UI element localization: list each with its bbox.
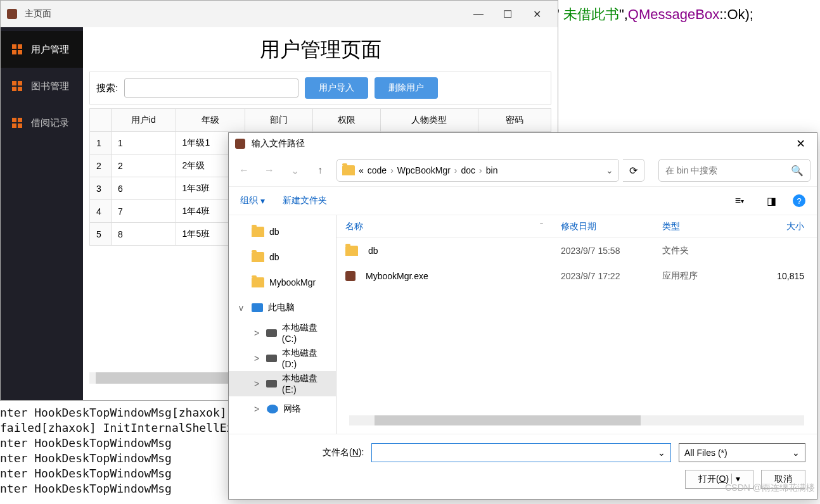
drive-icon [266, 355, 277, 362]
dialog-nav: ← → ⌄ ↑ « code› WpcBookMgr› doc› bin ⌄ ⟳… [229, 154, 817, 186]
tree-item[interactable]: db [229, 244, 336, 270]
search-bar: 搜索: 用户导入 删除用户 [89, 72, 551, 104]
forward-button[interactable]: → [260, 161, 278, 179]
file-row[interactable]: MybookMgr.exe2023/9/7 17:22应用程序10,815 [336, 263, 817, 289]
app-icon [235, 139, 245, 149]
filter-select[interactable]: All Files (*)⌄ [679, 443, 805, 462]
folder-tree[interactable]: dbdbMybookMgrv此电脑>本地磁盘 (C:)>本地磁盘 (D:)>本地… [229, 215, 336, 434]
tree-item[interactable]: MybookMgr [229, 270, 336, 295]
filename-label: 文件名(N): [323, 447, 364, 458]
back-button[interactable]: ← [235, 161, 253, 179]
grid-icon [12, 118, 22, 128]
search-input[interactable] [124, 79, 298, 98]
tree-item[interactable]: db [229, 219, 336, 244]
tree-item[interactable]: v此电脑 [229, 295, 336, 320]
up-button[interactable]: ↑ [311, 161, 329, 179]
maximize-button[interactable]: ☐ [493, 4, 522, 23]
folder-icon [252, 277, 264, 287]
exe-icon [345, 271, 356, 281]
folder-icon [252, 227, 264, 237]
file-list-scrollbar[interactable] [349, 415, 804, 425]
main-titlebar: 主页面 — ☐ ✕ [1, 1, 558, 27]
sidebar-item-books[interactable]: 图书管理 [1, 68, 83, 104]
sidebar-item-records[interactable]: 借阅记录 [1, 104, 83, 141]
folder-icon [252, 252, 264, 262]
view-mode-button[interactable]: ≡ ▾ [729, 192, 750, 210]
dialog-search-input[interactable] [665, 165, 791, 175]
breadcrumb[interactable]: « code› WpcBookMgr› doc› bin ⌄ [336, 159, 619, 182]
sidebar-item-users[interactable]: 用户管理 [1, 31, 83, 68]
dialog-title: 输入文件路径 [252, 138, 790, 149]
minimize-button[interactable]: — [464, 4, 493, 23]
close-button[interactable]: ✕ [522, 4, 551, 23]
watermark: CSDN @雨连绵花满楼 [725, 482, 815, 494]
pc-icon [252, 303, 263, 312]
filename-input[interactable]: ⌄ [371, 443, 671, 462]
drive-icon [266, 329, 277, 337]
refresh-button[interactable]: ⟳ [623, 159, 644, 182]
tree-item[interactable]: >本地磁盘 (E:) [229, 371, 336, 396]
app-icon [7, 9, 17, 19]
file-dialog: 输入文件路径 ✕ ← → ⌄ ↑ « code› WpcBookMgr› doc… [228, 132, 817, 500]
import-button[interactable]: 用户导入 [305, 77, 368, 99]
close-icon[interactable]: ✕ [790, 135, 812, 152]
dialog-search[interactable]: 🔍 [658, 159, 810, 182]
page-title: 用户管理页面 [89, 36, 551, 64]
console-output: nter HookDeskTopWindowMsg[zhaxok] E fail… [0, 405, 240, 496]
new-folder-button[interactable]: 新建文件夹 [283, 195, 327, 206]
tree-item[interactable]: >本地磁盘 (C:) [229, 320, 336, 346]
preview-pane-button[interactable]: ◨ [761, 192, 781, 210]
help-icon[interactable]: ? [793, 194, 805, 207]
grid-icon [12, 81, 22, 91]
folder-icon [342, 165, 355, 175]
file-list[interactable]: 名称ˆ 修改日期 类型 大小 db2023/9/7 15:58文件夹Mybook… [336, 215, 817, 434]
search-icon: 🔍 [791, 165, 804, 177]
drive-icon [266, 380, 277, 387]
network-icon [267, 405, 278, 413]
dialog-toolbar: 组织 ▾ 新建文件夹 ≡ ▾ ◨ ? [229, 186, 817, 215]
tree-item[interactable]: >网络 [229, 396, 336, 422]
search-label: 搜索: [96, 82, 118, 94]
chevron-down-icon: ▾ [260, 196, 265, 206]
folder-icon [345, 246, 358, 256]
sidebar: 用户管理 图书管理 借阅记录 [1, 27, 83, 400]
window-title: 主页面 [25, 8, 464, 20]
dialog-titlebar: 输入文件路径 ✕ [229, 133, 817, 154]
grid-icon [12, 44, 22, 54]
tree-item[interactable]: >本地磁盘 (D:) [229, 346, 336, 371]
file-row[interactable]: db2023/9/7 15:58文件夹 [336, 238, 817, 263]
table-header-row: 用户id 年级 部门 权限 人物类型 密码 [90, 109, 551, 132]
delete-button[interactable]: 删除用户 [375, 77, 438, 99]
file-list-header[interactable]: 名称ˆ 修改日期 类型 大小 [336, 215, 817, 238]
organize-menu[interactable]: 组织 ▾ [240, 195, 265, 206]
code-snippet: " 未借此书",QMessageBox::Ok); [554, 5, 753, 24]
history-button[interactable]: ⌄ [286, 161, 304, 179]
